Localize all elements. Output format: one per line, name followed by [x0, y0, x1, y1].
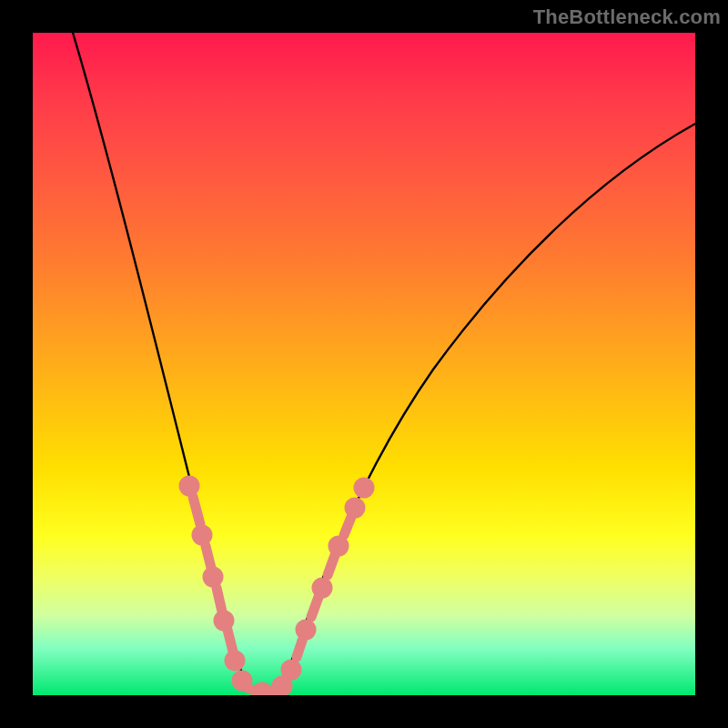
svg-line-3 [206, 546, 211, 568]
svg-point-13 [277, 681, 288, 692]
svg-point-22 [349, 502, 360, 513]
svg-point-18 [317, 582, 328, 593]
svg-point-6 [218, 615, 229, 626]
svg-line-19 [328, 555, 335, 575]
svg-point-23 [359, 482, 369, 493]
svg-point-14 [286, 664, 297, 675]
chart-stage: TheBottleneck.com [0, 0, 728, 728]
svg-line-1 [193, 497, 200, 524]
watermark-text: TheBottleneck.com [533, 5, 721, 29]
marker-overlay-left [184, 480, 240, 666]
svg-line-17 [311, 597, 318, 617]
svg-line-15 [297, 641, 302, 657]
svg-line-5 [217, 588, 222, 612]
svg-point-16 [300, 624, 311, 635]
plot-area [33, 33, 695, 695]
svg-line-7 [228, 630, 233, 652]
marker-overlay-trough [237, 675, 288, 695]
svg-line-21 [344, 517, 351, 535]
marker-layer [33, 33, 695, 695]
svg-point-8 [229, 655, 240, 666]
svg-point-0 [184, 480, 195, 491]
svg-point-20 [333, 541, 344, 551]
svg-point-2 [197, 530, 207, 541]
svg-point-4 [207, 571, 218, 582]
marker-overlay-right [286, 482, 369, 675]
